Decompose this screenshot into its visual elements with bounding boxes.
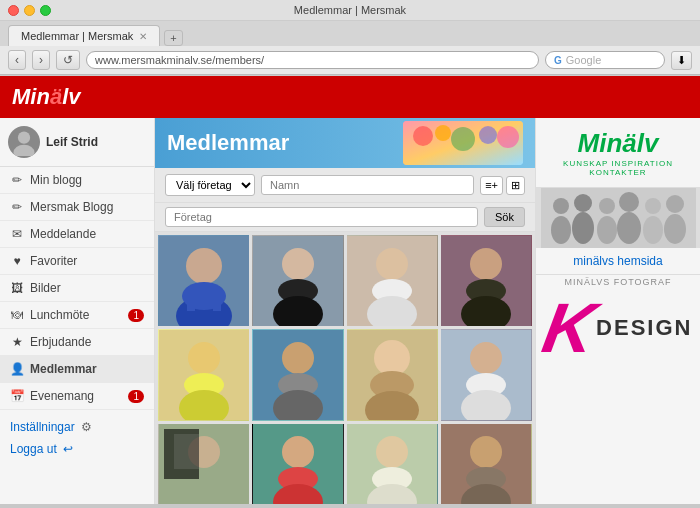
members-icon: 👤 — [10, 362, 24, 376]
member-card[interactable] — [441, 235, 532, 326]
sidebar-label-medlemmar: Medlemmar — [30, 362, 97, 376]
sidebar-item-logga-ut[interactable]: Logga ut ↩ — [10, 438, 144, 460]
svg-point-81 — [619, 192, 639, 212]
site-wrapper: Minälv Leif Strid ✏ Min blogg — [0, 76, 700, 504]
logout-icon: ↩ — [63, 442, 73, 456]
logga-ut-label: Logga ut — [10, 442, 57, 456]
back-button[interactable]: ‹ — [8, 50, 26, 70]
svg-point-39 — [470, 342, 502, 374]
sidebar-item-favoriter[interactable]: ♥ Favoriter — [0, 248, 154, 275]
main-content: Medlemmar — [155, 118, 535, 504]
company-bar: Sök — [155, 203, 535, 232]
member-card[interactable] — [158, 235, 249, 326]
installningar-label: Inställningar — [10, 420, 75, 434]
ad-fotograf-label: MINÄLVS FOTOGRAF — [536, 275, 700, 289]
svg-point-19 — [376, 248, 408, 280]
member-card[interactable] — [158, 424, 249, 505]
svg-point-7 — [497, 126, 519, 148]
lunch-icon: 🍽 — [10, 308, 24, 322]
sidebar-label-lunchmode: Lunchmöte — [30, 308, 89, 322]
favorite-icon: ♥ — [10, 254, 24, 268]
grid-view-button[interactable]: ⊞ — [506, 176, 525, 195]
new-tab-button[interactable]: + — [164, 30, 182, 46]
ad-logo-text: Minälv — [546, 128, 690, 159]
svg-point-1 — [14, 145, 35, 156]
svg-point-84 — [643, 216, 663, 244]
sidebar-label-favoriter: Favoriter — [30, 254, 77, 268]
url-bar[interactable]: www.mersmakminalv.se/members/ — [86, 51, 539, 69]
lunchmode-badge: 1 — [128, 309, 144, 322]
user-name: Leif Strid — [46, 135, 98, 149]
avatar — [8, 126, 40, 158]
download-button[interactable]: ⬇ — [671, 51, 692, 70]
member-card[interactable] — [252, 424, 343, 505]
close-button[interactable] — [8, 5, 19, 16]
ad-k-letter: K — [537, 293, 600, 363]
search-button[interactable]: Sök — [484, 207, 525, 227]
member-card[interactable] — [347, 329, 438, 420]
url-text: www.mersmakminalv.se/members/ — [95, 54, 530, 66]
svg-point-23 — [470, 248, 502, 280]
svg-point-0 — [18, 132, 30, 144]
offer-icon: ★ — [10, 335, 24, 349]
member-card[interactable] — [158, 329, 249, 420]
site-logo: Minälv — [12, 84, 81, 110]
tab-close-button[interactable]: ✕ — [139, 31, 147, 42]
window-controls[interactable] — [8, 5, 51, 16]
sidebar-item-evenemang[interactable]: 📅 Evenemang 1 — [0, 383, 154, 410]
sidebar-item-mersmak-blogg[interactable]: ✏ Mersmak Blogg — [0, 194, 154, 221]
svg-point-9 — [186, 248, 222, 284]
ad-logo-subtitle: KUNSKAP INSPIRATION KONTAKTER — [546, 159, 690, 177]
sidebar-footer: Inställningar ⚙ Logga ut ↩ — [0, 410, 154, 466]
forward-button[interactable]: › — [32, 50, 50, 70]
svg-point-80 — [597, 216, 617, 244]
browser-chrome: Medlemmar | Mersmak Medlemmar | Mersmak … — [0, 0, 700, 76]
sidebar-item-erbjudande[interactable]: ★ Erbjudande — [0, 329, 154, 356]
google-icon: G — [554, 55, 562, 66]
svg-point-3 — [413, 126, 433, 146]
name-input[interactable] — [261, 175, 474, 195]
sidebar-label-min-blogg: Min blogg — [30, 173, 82, 187]
company-select[interactable]: Välj företag — [165, 174, 255, 196]
ad-design[interactable]: K DESIGN — [536, 289, 700, 367]
window-title: Medlemmar | Mersmak — [294, 4, 406, 16]
sidebar-item-bilder[interactable]: 🖼 Bilder — [0, 275, 154, 302]
browser-tab[interactable]: Medlemmar | Mersmak ✕ — [8, 25, 160, 46]
svg-rect-13 — [213, 291, 221, 311]
ad-people-image — [536, 188, 700, 248]
member-card[interactable] — [441, 424, 532, 505]
ad-link[interactable]: minälvs hemsida — [536, 248, 700, 275]
sidebar-item-meddelande[interactable]: ✉ Meddelande — [0, 221, 154, 248]
filter-icons: ≡+ ⊞ — [480, 176, 525, 195]
svg-rect-12 — [187, 291, 195, 311]
filter-bar: Välj företag ≡+ ⊞ — [155, 168, 535, 203]
member-card[interactable] — [347, 235, 438, 326]
google-search-bar[interactable]: G Google — [545, 51, 665, 69]
list-view-button[interactable]: ≡+ — [480, 176, 503, 195]
svg-point-4 — [435, 125, 451, 141]
minimize-button[interactable] — [24, 5, 35, 16]
svg-point-27 — [188, 342, 220, 374]
sidebar: Leif Strid ✏ Min blogg ✏ Mersmak Blogg ✉… — [0, 118, 155, 504]
member-card[interactable] — [347, 424, 438, 505]
sidebar-item-lunchmode[interactable]: 🍽 Lunchmöte 1 — [0, 302, 154, 329]
member-card[interactable] — [252, 235, 343, 326]
svg-point-6 — [479, 126, 497, 144]
svg-point-77 — [574, 194, 592, 212]
sidebar-item-medlemmar[interactable]: 👤 Medlemmar — [0, 356, 154, 383]
gear-icon: ⚙ — [81, 420, 92, 434]
sidebar-item-installningar[interactable]: Inställningar ⚙ — [10, 416, 144, 438]
blog-icon: ✏ — [10, 173, 24, 187]
member-card[interactable] — [441, 329, 532, 420]
member-card[interactable] — [252, 329, 343, 420]
maximize-button[interactable] — [40, 5, 51, 16]
site-body: Leif Strid ✏ Min blogg ✏ Mersmak Blogg ✉… — [0, 118, 700, 504]
svg-point-5 — [451, 127, 475, 151]
sidebar-item-min-blogg[interactable]: ✏ Min blogg — [0, 167, 154, 194]
svg-point-85 — [666, 195, 684, 213]
refresh-button[interactable]: ↺ — [56, 50, 80, 70]
company-input[interactable] — [165, 207, 478, 227]
search-placeholder: Google — [566, 54, 601, 66]
ad-logo[interactable]: Minälv KUNSKAP INSPIRATION KONTAKTER — [536, 118, 700, 188]
svg-rect-45 — [174, 434, 199, 469]
